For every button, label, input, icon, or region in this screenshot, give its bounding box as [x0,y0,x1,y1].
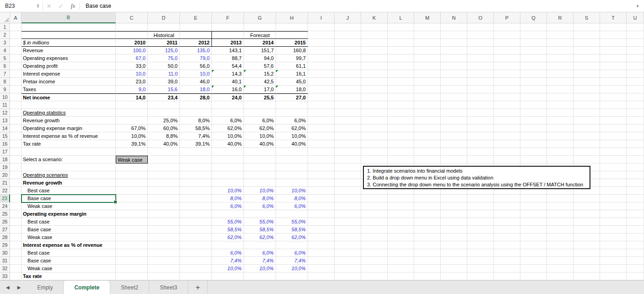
cell-L9[interactable] [388,86,414,93]
cell-C24[interactable] [116,202,148,210]
cell-G8[interactable]: 42,5 [244,78,276,86]
cell-E30[interactable] [180,249,212,257]
cell-R4[interactable] [547,47,574,54]
cell-F13[interactable]: 6,0% [212,117,244,125]
cell-B26[interactable]: Best case [22,218,116,226]
cell-G26[interactable]: 55,0% [244,218,276,226]
cell-O7[interactable] [467,70,494,78]
cell-U21[interactable] [627,179,644,187]
row-header-8[interactable]: 8 [0,78,10,86]
cell-H24[interactable]: 6,0% [276,202,308,210]
row-header-20[interactable]: 20 [0,171,10,179]
cell-J21[interactable] [335,179,361,187]
cell-A23[interactable] [10,195,22,202]
cell-D7[interactable]: 11,0 [148,70,180,78]
cell-B7[interactable]: Interest expense [22,70,116,78]
cell-S8[interactable] [574,78,600,86]
cell-N30[interactable] [441,249,467,257]
cell-G4[interactable]: 151,7 [244,47,276,54]
cell-C32[interactable] [116,265,148,272]
cell-G27[interactable]: 58,5% [244,226,276,234]
cell-T27[interactable] [600,226,627,234]
cell-N5[interactable] [441,54,467,62]
cell-F22[interactable]: 10,0% [212,187,244,195]
cell-H23[interactable]: 8,0% [276,195,308,202]
cell-F1[interactable] [212,23,244,31]
cell-A30[interactable] [10,249,22,257]
row-header-27[interactable]: 27 [0,226,10,234]
cell-I25[interactable] [308,210,335,218]
cell-I24[interactable] [308,202,335,210]
cell-E20[interactable] [180,171,212,179]
row-header-15[interactable]: 15 [0,132,10,140]
cell-I30[interactable] [308,249,335,257]
row-header-19[interactable]: 19 [0,163,10,171]
cell-I33[interactable] [308,272,335,280]
cell-I11[interactable] [308,101,335,109]
cell-B8[interactable]: Pretax income [22,78,116,86]
cell-H6[interactable]: 61,1 [276,62,308,70]
cell-H9[interactable]: 18,0 [276,86,308,93]
cell-J1[interactable] [335,23,361,31]
cell-A31[interactable] [10,257,22,265]
cell-K31[interactable] [361,257,388,265]
cell-S1[interactable] [574,23,600,31]
name-box-spinner[interactable]: ▲ ▼ [37,4,39,8]
cell-G18[interactable] [244,156,276,163]
cell-B17[interactable] [22,148,116,156]
cell-A11[interactable] [10,101,22,109]
cell-H14[interactable]: 62,0% [276,125,308,132]
cell-B6[interactable]: Operating profit [22,62,116,70]
col-header-R[interactable]: R [547,12,574,23]
cell-O18[interactable] [467,156,494,163]
cell-C1[interactable] [116,23,148,31]
cell-K18[interactable] [361,156,388,163]
cell-U14[interactable] [627,125,644,132]
cell-D22[interactable] [148,187,180,195]
row-header-21[interactable]: 21 [0,179,10,187]
cell-N32[interactable] [441,265,467,272]
cell-G25[interactable] [244,210,276,218]
cell-G14[interactable]: 62,0% [244,125,276,132]
cell-R14[interactable] [547,125,574,132]
cell-R26[interactable] [547,218,574,226]
cell-R7[interactable] [547,70,574,78]
cell-T6[interactable] [600,62,627,70]
cell-M12[interactable] [414,109,441,117]
cell-N29[interactable] [441,241,467,249]
cell-U28[interactable] [627,234,644,241]
cell-K25[interactable] [361,210,388,218]
cell-C18[interactable]: Weak case [116,156,148,163]
cell-Q16[interactable] [520,140,547,148]
cell-P18[interactable] [494,156,520,163]
cell-R2[interactable] [547,31,574,39]
cell-O33[interactable] [467,272,494,280]
cell-R31[interactable] [547,257,574,265]
row-header-31[interactable]: 31 [0,257,10,265]
col-header-L[interactable]: L [388,12,414,23]
cell-S4[interactable] [574,47,600,54]
cell-N16[interactable] [441,140,467,148]
cell-S31[interactable] [574,257,600,265]
cell-T24[interactable] [600,202,627,210]
cell-J7[interactable] [335,70,361,78]
cell-G2[interactable] [244,31,276,39]
cell-A18[interactable] [10,156,22,163]
cell-E14[interactable]: 58,5% [180,125,212,132]
cell-T10[interactable] [600,93,627,101]
cell-C25[interactable] [116,210,148,218]
cell-G29[interactable] [244,241,276,249]
cell-N33[interactable] [441,272,467,280]
cell-J30[interactable] [335,249,361,257]
col-header-N[interactable]: N [441,12,467,23]
cell-P27[interactable] [494,226,520,234]
cell-A2[interactable] [10,31,22,39]
cell-Q2[interactable] [520,31,547,39]
cell-T14[interactable] [600,125,627,132]
cell-I3[interactable] [308,39,335,47]
cell-J9[interactable] [335,86,361,93]
row-header-29[interactable]: 29 [0,241,10,249]
cell-O2[interactable] [467,31,494,39]
cell-C4[interactable]: 100,0 [116,47,148,54]
cell-I2[interactable] [308,31,335,39]
